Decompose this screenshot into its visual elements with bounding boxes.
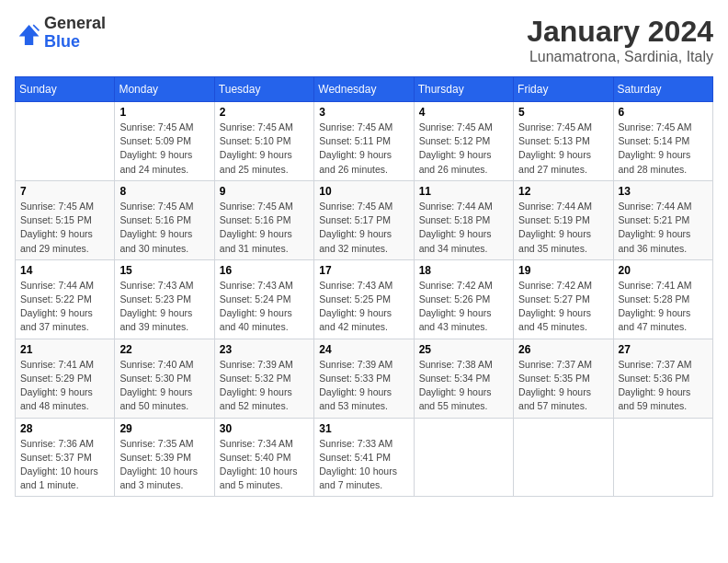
logo-icon — [15, 22, 40, 48]
calendar-cell: 26 Sunrise: 7:37 AMSunset: 5:35 PMDaylig… — [514, 339, 613, 418]
calendar-cell — [613, 418, 712, 497]
day-info: Sunrise: 7:40 AMSunset: 5:30 PMDaylight:… — [119, 358, 209, 414]
logo: General Blue — [15, 15, 106, 52]
svg-marker-1 — [33, 25, 39, 30]
day-number: 23 — [220, 343, 309, 356]
calendar-cell: 6 Sunrise: 7:45 AMSunset: 5:14 PMDayligh… — [613, 102, 712, 181]
day-number: 15 — [119, 264, 209, 277]
calendar-cell: 4 Sunrise: 7:45 AMSunset: 5:12 PMDayligh… — [414, 102, 513, 181]
day-info: Sunrise: 7:45 AMSunset: 5:17 PMDaylight:… — [319, 200, 408, 256]
calendar-cell: 9 Sunrise: 7:45 AMSunset: 5:16 PMDayligh… — [214, 180, 313, 259]
weekday-header-row: SundayMondayTuesdayWednesdayThursdayFrid… — [16, 77, 713, 102]
day-info: Sunrise: 7:45 AMSunset: 5:16 PMDaylight:… — [220, 200, 309, 256]
day-number: 4 — [419, 106, 508, 119]
day-number: 8 — [119, 185, 209, 198]
calendar-cell: 28 Sunrise: 7:36 AMSunset: 5:37 PMDaylig… — [16, 418, 115, 497]
calendar-cell: 22 Sunrise: 7:40 AMSunset: 5:30 PMDaylig… — [115, 339, 214, 418]
day-number: 22 — [119, 343, 209, 356]
day-info: Sunrise: 7:42 AMSunset: 5:27 PMDaylight:… — [518, 279, 608, 335]
day-info: Sunrise: 7:44 AMSunset: 5:21 PMDaylight:… — [619, 200, 708, 256]
day-info: Sunrise: 7:44 AMSunset: 5:19 PMDaylight:… — [518, 200, 608, 256]
day-number: 6 — [619, 106, 708, 119]
day-number: 17 — [319, 264, 408, 277]
calendar-cell: 10 Sunrise: 7:45 AMSunset: 5:17 PMDaylig… — [314, 180, 414, 259]
weekday-header: Tuesday — [214, 77, 313, 102]
day-info: Sunrise: 7:41 AMSunset: 5:29 PMDaylight:… — [20, 358, 109, 414]
day-info: Sunrise: 7:44 AMSunset: 5:22 PMDaylight:… — [20, 279, 109, 335]
day-number: 9 — [220, 185, 309, 198]
day-info: Sunrise: 7:33 AMSunset: 5:41 PMDaylight:… — [319, 437, 408, 493]
calendar-cell: 2 Sunrise: 7:45 AMSunset: 5:10 PMDayligh… — [214, 102, 313, 181]
day-number: 1 — [119, 106, 209, 119]
title-block: January 2024 Lunamatrona, Sardinia, Ital… — [527, 15, 713, 65]
calendar-cell: 3 Sunrise: 7:45 AMSunset: 5:11 PMDayligh… — [314, 102, 414, 181]
day-info: Sunrise: 7:38 AMSunset: 5:34 PMDaylight:… — [419, 358, 508, 414]
month-title: January 2024 — [527, 15, 713, 49]
day-number: 28 — [20, 422, 109, 435]
day-info: Sunrise: 7:45 AMSunset: 5:14 PMDaylight:… — [619, 121, 708, 177]
calendar-week-row: 7 Sunrise: 7:45 AMSunset: 5:15 PMDayligh… — [16, 180, 713, 259]
calendar-week-row: 1 Sunrise: 7:45 AMSunset: 5:09 PMDayligh… — [16, 102, 713, 181]
day-info: Sunrise: 7:45 AMSunset: 5:13 PMDaylight:… — [518, 121, 608, 177]
day-number: 5 — [518, 106, 608, 119]
day-number: 27 — [619, 343, 708, 356]
day-number: 16 — [220, 264, 309, 277]
day-info: Sunrise: 7:39 AMSunset: 5:32 PMDaylight:… — [220, 358, 309, 414]
day-number: 10 — [319, 185, 408, 198]
calendar-cell: 30 Sunrise: 7:34 AMSunset: 5:40 PMDaylig… — [214, 418, 313, 497]
day-info: Sunrise: 7:44 AMSunset: 5:18 PMDaylight:… — [419, 200, 508, 256]
day-info: Sunrise: 7:37 AMSunset: 5:35 PMDaylight:… — [518, 358, 608, 414]
day-number: 24 — [319, 343, 408, 356]
day-info: Sunrise: 7:35 AMSunset: 5:39 PMDaylight:… — [119, 437, 209, 493]
calendar-cell — [514, 418, 613, 497]
day-info: Sunrise: 7:45 AMSunset: 5:10 PMDaylight:… — [220, 121, 309, 177]
day-number: 18 — [419, 264, 508, 277]
day-info: Sunrise: 7:45 AMSunset: 5:09 PMDaylight:… — [119, 121, 209, 177]
calendar-cell: 1 Sunrise: 7:45 AMSunset: 5:09 PMDayligh… — [115, 102, 214, 181]
day-number: 3 — [319, 106, 408, 119]
day-info: Sunrise: 7:41 AMSunset: 5:28 PMDaylight:… — [619, 279, 708, 335]
day-number: 30 — [220, 422, 309, 435]
day-number: 26 — [518, 343, 608, 356]
day-number: 29 — [119, 422, 209, 435]
calendar-cell: 12 Sunrise: 7:44 AMSunset: 5:19 PMDaylig… — [514, 180, 613, 259]
calendar-week-row: 14 Sunrise: 7:44 AMSunset: 5:22 PMDaylig… — [16, 259, 713, 339]
calendar-cell — [414, 418, 513, 497]
day-number: 14 — [20, 264, 109, 277]
logo-general: General — [44, 15, 106, 33]
calendar-cell: 17 Sunrise: 7:43 AMSunset: 5:25 PMDaylig… — [314, 259, 414, 339]
calendar-cell: 29 Sunrise: 7:35 AMSunset: 5:39 PMDaylig… — [115, 418, 214, 497]
location: Lunamatrona, Sardinia, Italy — [527, 49, 713, 65]
day-info: Sunrise: 7:45 AMSunset: 5:11 PMDaylight:… — [319, 121, 408, 177]
day-info: Sunrise: 7:39 AMSunset: 5:33 PMDaylight:… — [319, 358, 408, 414]
day-number: 20 — [619, 264, 708, 277]
day-number: 7 — [20, 185, 109, 198]
calendar-cell: 18 Sunrise: 7:42 AMSunset: 5:26 PMDaylig… — [414, 259, 513, 339]
calendar-cell: 25 Sunrise: 7:38 AMSunset: 5:34 PMDaylig… — [414, 339, 513, 418]
day-info: Sunrise: 7:45 AMSunset: 5:16 PMDaylight:… — [119, 200, 209, 256]
calendar-cell: 16 Sunrise: 7:43 AMSunset: 5:24 PMDaylig… — [214, 259, 313, 339]
calendar-cell: 7 Sunrise: 7:45 AMSunset: 5:15 PMDayligh… — [16, 180, 115, 259]
calendar-cell: 5 Sunrise: 7:45 AMSunset: 5:13 PMDayligh… — [514, 102, 613, 181]
calendar-cell: 23 Sunrise: 7:39 AMSunset: 5:32 PMDaylig… — [214, 339, 313, 418]
calendar-cell: 13 Sunrise: 7:44 AMSunset: 5:21 PMDaylig… — [613, 180, 712, 259]
day-number: 12 — [518, 185, 608, 198]
day-number: 13 — [619, 185, 708, 198]
calendar-cell — [16, 102, 115, 181]
logo-blue: Blue — [44, 33, 106, 52]
day-info: Sunrise: 7:34 AMSunset: 5:40 PMDaylight:… — [220, 437, 309, 493]
day-info: Sunrise: 7:36 AMSunset: 5:37 PMDaylight:… — [20, 437, 109, 493]
calendar-cell: 24 Sunrise: 7:39 AMSunset: 5:33 PMDaylig… — [314, 339, 414, 418]
page-header: General Blue January 2024 Lunamatrona, S… — [15, 15, 713, 65]
day-info: Sunrise: 7:43 AMSunset: 5:25 PMDaylight:… — [319, 279, 408, 335]
weekday-header: Sunday — [16, 77, 115, 102]
day-number: 19 — [518, 264, 608, 277]
calendar-cell: 27 Sunrise: 7:37 AMSunset: 5:36 PMDaylig… — [613, 339, 712, 418]
day-info: Sunrise: 7:45 AMSunset: 5:15 PMDaylight:… — [20, 200, 109, 256]
calendar-cell: 20 Sunrise: 7:41 AMSunset: 5:28 PMDaylig… — [613, 259, 712, 339]
day-number: 11 — [419, 185, 508, 198]
day-info: Sunrise: 7:37 AMSunset: 5:36 PMDaylight:… — [619, 358, 708, 414]
calendar-week-row: 28 Sunrise: 7:36 AMSunset: 5:37 PMDaylig… — [16, 418, 713, 497]
weekday-header: Saturday — [613, 77, 712, 102]
weekday-header: Friday — [514, 77, 613, 102]
